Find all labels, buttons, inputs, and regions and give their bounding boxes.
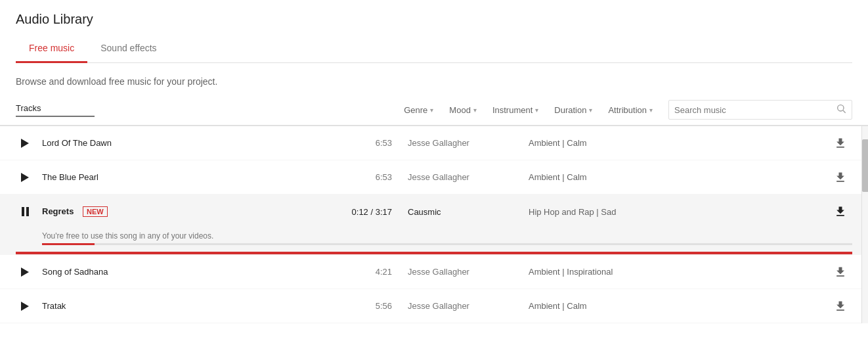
mood-label: Mood	[449, 105, 471, 115]
track-duration: 0:12 / 3:17	[342, 207, 408, 217]
search-input[interactable]	[674, 105, 836, 115]
search-icon	[836, 103, 846, 116]
track-name: Song of Sadhana	[42, 267, 342, 277]
track-name: The Blue Pearl	[42, 172, 342, 182]
tab-bar: Free music Sound effects	[16, 35, 852, 63]
track-artist: Jesse Gallagher	[408, 138, 513, 148]
tracks-column-header: Tracks	[16, 103, 95, 117]
track-genre: Ambient | Calm	[513, 301, 829, 311]
track-duration: 5:56	[342, 301, 408, 311]
track-progress-fill	[42, 243, 95, 245]
svg-point-0	[838, 105, 844, 111]
filters-bar: Tracks Genre ▾ Mood ▾ Instrument ▾ Durat…	[0, 95, 868, 126]
download-button-4[interactable]	[829, 260, 852, 284]
genre-chevron-icon: ▾	[430, 106, 433, 114]
track-duration: 6:53	[342, 172, 408, 182]
track-duration: 6:53	[342, 138, 408, 148]
play-button-4[interactable]	[16, 263, 34, 281]
tracks-list: Lord Of The Dawn 6:53 Jesse Gallagher Am…	[0, 126, 868, 323]
download-icon	[834, 171, 847, 184]
table-row: Regrets NEW 0:12 / 3:17 Causmic Hip Hop …	[0, 195, 868, 255]
table-row: Tratak 5:56 Jesse Gallagher Ambient | Ca…	[0, 289, 868, 323]
mood-chevron-icon: ▾	[473, 106, 477, 114]
pause-button-3[interactable]	[16, 202, 34, 221]
tab-free-music[interactable]: Free music	[16, 35, 87, 63]
download-button-1[interactable]	[829, 131, 852, 155]
instrument-label: Instrument	[492, 105, 532, 115]
attribution-filter[interactable]: Attribution ▾	[600, 103, 661, 118]
track-name: Lord Of The Dawn	[42, 138, 342, 148]
play-icon	[21, 139, 29, 148]
play-icon	[21, 267, 29, 277]
download-icon	[834, 266, 847, 279]
duration-chevron-icon: ▾	[589, 106, 592, 114]
track-artist: Jesse Gallagher	[408, 172, 513, 182]
duration-label: Duration	[554, 105, 586, 115]
track-info-text: You're free to use this song in any of y…	[42, 231, 213, 241]
mood-filter[interactable]: Mood ▾	[441, 103, 485, 118]
table-row: Song of Sadhana 4:21 Jesse Gallagher Amb…	[0, 255, 868, 289]
attribution-chevron-icon: ▾	[649, 106, 653, 114]
play-icon	[21, 173, 29, 182]
app-title: Audio Library	[16, 12, 852, 27]
download-icon	[834, 300, 847, 313]
search-box	[668, 100, 852, 120]
track-genre: Ambient | Calm	[513, 172, 829, 182]
genre-label: Genre	[404, 105, 427, 115]
track-name: Tratak	[42, 301, 342, 311]
duration-filter[interactable]: Duration ▾	[546, 103, 600, 118]
play-button-5[interactable]	[16, 297, 34, 315]
download-icon	[834, 205, 847, 218]
track-name-text: Regrets	[42, 206, 74, 216]
download-button-5[interactable]	[829, 294, 852, 318]
track-duration: 4:21	[342, 267, 408, 277]
track-artist: Jesse Gallagher	[408, 301, 513, 311]
table-row: The Blue Pearl 6:53 Jesse Gallagher Ambi…	[0, 160, 868, 195]
play-button-2[interactable]	[16, 168, 34, 187]
download-button-2[interactable]	[829, 166, 852, 189]
pause-icon	[22, 207, 29, 216]
download-icon	[834, 137, 847, 150]
track-genre: Ambient | Inspirational	[513, 267, 829, 277]
track-name: Regrets NEW	[42, 206, 342, 218]
track-progress-bar[interactable]	[42, 243, 852, 245]
scrollbar[interactable]	[861, 126, 868, 323]
track-artist: Jesse Gallagher	[408, 267, 513, 277]
instrument-filter[interactable]: Instrument ▾	[485, 103, 546, 118]
new-badge: NEW	[83, 206, 108, 217]
track-row-main: Regrets NEW 0:12 / 3:17 Causmic Hip Hop …	[16, 195, 852, 229]
page-subtitle: Browse and download free music for your …	[0, 63, 868, 95]
attribution-label: Attribution	[608, 105, 647, 115]
svg-line-1	[843, 110, 846, 113]
track-genre: Hip Hop and Rap | Sad	[513, 207, 829, 217]
scrollbar-thumb[interactable]	[862, 139, 868, 192]
track-artist: Causmic	[408, 207, 513, 217]
play-button-1[interactable]	[16, 134, 34, 152]
play-icon	[21, 302, 29, 311]
table-row: Lord Of The Dawn 6:53 Jesse Gallagher Am…	[0, 126, 868, 160]
track-info: You're free to use this song in any of y…	[16, 229, 852, 252]
genre-filter[interactable]: Genre ▾	[396, 103, 441, 118]
download-button-3[interactable]	[829, 200, 852, 223]
track-genre: Ambient | Calm	[513, 138, 829, 148]
tab-sound-effects[interactable]: Sound effects	[87, 35, 169, 63]
instrument-chevron-icon: ▾	[535, 106, 538, 114]
